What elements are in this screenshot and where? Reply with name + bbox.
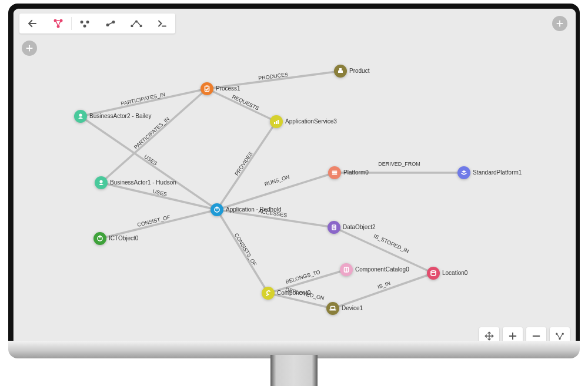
edge[interactable] <box>81 89 207 116</box>
svg-point-42 <box>93 232 106 245</box>
node-label: ApplicationService3 <box>285 118 337 125</box>
svg-point-50 <box>427 267 440 280</box>
monitor-stand <box>270 355 318 386</box>
edges-layer <box>81 71 464 308</box>
minus-icon <box>532 331 541 341</box>
svg-point-33 <box>211 203 223 216</box>
graph-node[interactable]: ComponentCatalog0 <box>340 263 409 276</box>
node-label: ICTObject0 <box>109 235 139 241</box>
graph-node[interactable]: Location0 <box>427 267 468 280</box>
edge[interactable] <box>217 122 276 210</box>
monitor-glass: PRODUCESREQUESTSPARTICIPATES_INPARTICIPA… <box>13 8 576 351</box>
graph-node[interactable]: ApplicationService3 <box>270 115 337 128</box>
edge[interactable] <box>333 273 433 308</box>
node-label: StandardPlatform1 <box>473 169 522 176</box>
edge[interactable] <box>101 183 217 210</box>
svg-point-30 <box>79 113 82 116</box>
node-label: Platform0 <box>343 169 369 176</box>
edge[interactable] <box>207 89 276 122</box>
graph-node[interactable]: Platform0 <box>328 166 369 179</box>
app-screen: PRODUCESREQUESTSPARTICIPATES_INPARTICIPA… <box>14 9 576 351</box>
node-label: Process1 <box>216 85 240 92</box>
svg-rect-24 <box>339 68 342 71</box>
svg-point-61 <box>559 338 560 340</box>
svg-rect-20 <box>206 86 208 87</box>
layout-icon <box>554 331 565 341</box>
graph-node[interactable]: DataObject2 <box>328 221 376 234</box>
svg-point-53 <box>326 302 339 315</box>
node-label: Device1 <box>342 305 363 311</box>
edge[interactable] <box>81 116 217 210</box>
svg-rect-28 <box>278 120 279 124</box>
svg-point-18 <box>201 82 213 95</box>
svg-rect-26 <box>274 122 275 124</box>
graph-node[interactable]: StandardPlatform1 <box>457 166 522 179</box>
edge[interactable] <box>217 210 268 293</box>
edge-label: PARTICIPATES_IN <box>133 116 171 150</box>
svg-rect-22 <box>338 71 340 73</box>
node-label: BusinessActor1 - Hudson <box>110 179 176 186</box>
graph-node[interactable]: Product <box>334 65 370 78</box>
node-label: ComponentCatalog0 <box>355 266 409 273</box>
svg-point-45 <box>328 221 340 234</box>
graph-canvas[interactable]: PRODUCESREQUESTSPARTICIPATES_INPARTICIPA… <box>14 9 574 335</box>
node-label: DataObject2 <box>343 224 376 230</box>
svg-rect-23 <box>340 71 343 73</box>
svg-point-52 <box>262 287 275 300</box>
monitor-mockup: PRODUCESREQUESTSPARTICIPATES_INPARTICIPA… <box>0 0 588 386</box>
plus-icon <box>508 331 517 341</box>
edge-label: IS_STORED_IN <box>373 233 410 254</box>
svg-rect-27 <box>276 121 277 124</box>
svg-point-32 <box>99 180 102 183</box>
edge-label: DERIVED_FROM <box>378 161 420 167</box>
edge-label: RUNS_ON <box>264 174 290 187</box>
edge[interactable] <box>101 89 207 183</box>
edge-label: CONSISTS_OF <box>233 232 258 267</box>
node-label: Location0 <box>442 270 468 276</box>
node-label: Product <box>349 68 370 74</box>
monitor-bezel: PRODUCESREQUESTSPARTICIPATES_INPARTICIPA… <box>8 4 580 355</box>
node-label: BusinessActor2 - Bailey <box>89 113 152 119</box>
node-label: Component0 <box>277 290 311 296</box>
node-label: Application · Redhold <box>226 206 282 213</box>
move-icon <box>485 331 494 341</box>
edge[interactable] <box>100 210 217 239</box>
edge-label: PROVIDES <box>233 151 253 177</box>
